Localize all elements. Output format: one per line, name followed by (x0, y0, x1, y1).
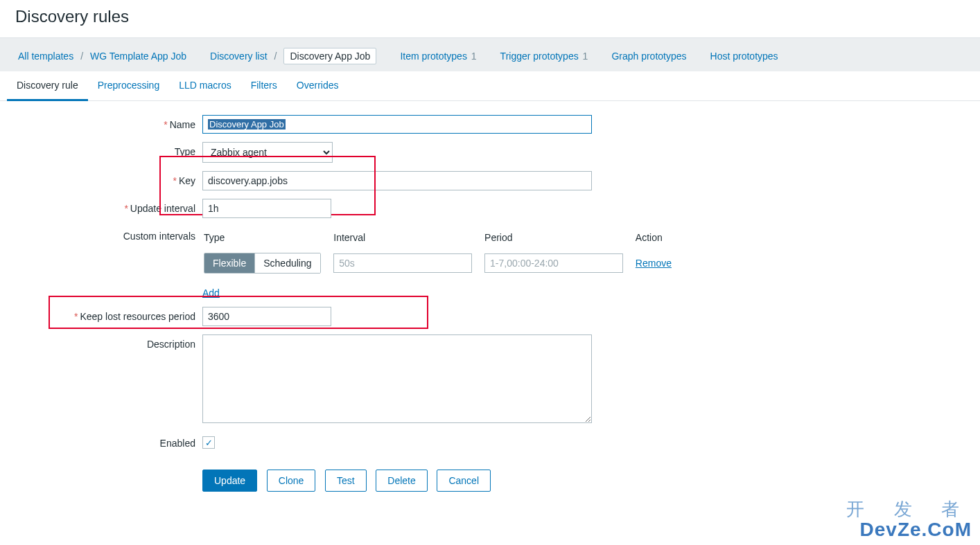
tab-discovery-rule[interactable]: Discovery rule (7, 71, 88, 101)
form: *Name Discovery App Job Type Zabbix agen… (0, 101, 980, 528)
breadcrumb-discovery-list[interactable]: Discovery list (210, 51, 267, 62)
page-title: Discovery rules (0, 0, 980, 37)
breadcrumb-graph-prototypes[interactable]: Graph prototypes (611, 51, 686, 62)
tab-lld-macros[interactable]: LLD macros (169, 71, 240, 100)
breadcrumb-current: Discovery App Job (283, 48, 376, 64)
period-field[interactable] (484, 253, 623, 273)
header-area: All templates / WG Template App Job Disc… (0, 37, 980, 71)
tabs: Discovery rule Preprocessing LLD macros … (0, 71, 980, 101)
tab-filters[interactable]: Filters (241, 71, 287, 100)
col-interval: Interval (333, 228, 483, 249)
breadcrumb-host-prototypes[interactable]: Host prototypes (710, 51, 778, 62)
label-name: *Name (7, 115, 202, 130)
tab-overrides[interactable]: Overrides (287, 71, 349, 100)
label-type: Type (7, 142, 202, 157)
breadcrumb-item-prototypes[interactable]: Item prototypes 1 (400, 51, 476, 62)
name-field[interactable]: Discovery App Job (202, 115, 592, 134)
delete-button[interactable]: Delete (376, 470, 427, 492)
label-key: *Key (7, 171, 202, 186)
tab-preprocessing[interactable]: Preprocessing (88, 71, 170, 100)
test-button[interactable]: Test (325, 470, 367, 492)
breadcrumb-sep: / (274, 51, 277, 62)
key-field[interactable] (202, 171, 592, 190)
remove-interval-link[interactable]: Remove (636, 258, 672, 269)
label-enabled: Enabled (7, 434, 202, 449)
label-update-interval: *Update interval (7, 199, 202, 214)
breadcrumb-sep: / (80, 51, 83, 62)
col-type: Type (204, 228, 332, 249)
interval-row: Flexible Scheduling Remove (204, 250, 677, 276)
label-keep-lost: *Keep lost resources period (7, 307, 202, 322)
description-field[interactable] (202, 334, 592, 423)
update-interval-field[interactable] (202, 199, 331, 218)
custom-intervals-table: Type Interval Period Action Flexible Sch… (202, 226, 679, 278)
interval-field[interactable] (333, 253, 472, 273)
clone-button[interactable]: Clone (267, 470, 316, 492)
interval-type-toggle[interactable]: Flexible Scheduling (204, 253, 321, 274)
toggle-flexible[interactable]: Flexible (204, 253, 255, 273)
breadcrumb: All templates / WG Template App Job Disc… (0, 41, 980, 71)
breadcrumb-trigger-prototypes[interactable]: Trigger prototypes 1 (500, 51, 588, 62)
col-period: Period (484, 228, 634, 249)
toggle-scheduling[interactable]: Scheduling (255, 253, 320, 273)
col-action: Action (636, 228, 677, 249)
cancel-button[interactable]: Cancel (437, 470, 491, 492)
label-description: Description (7, 334, 202, 350)
keep-lost-field[interactable] (202, 307, 331, 326)
label-custom-intervals: Custom intervals (7, 226, 202, 242)
breadcrumb-template[interactable]: WG Template App Job (90, 51, 186, 62)
add-interval-link[interactable]: Add (202, 287, 220, 298)
type-select[interactable]: Zabbix agent (202, 142, 333, 163)
breadcrumb-all-templates[interactable]: All templates (18, 51, 73, 62)
update-button[interactable]: Update (202, 470, 257, 492)
enabled-checkbox[interactable]: ✓ (202, 436, 215, 449)
